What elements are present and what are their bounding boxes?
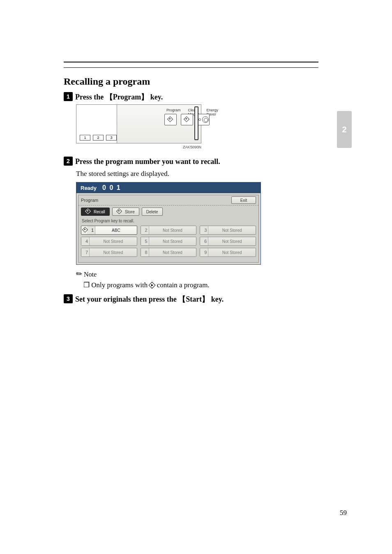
program-slot-7[interactable]: 7Not Stored bbox=[81, 248, 137, 257]
step-text: Press the program number you want to rec… bbox=[75, 157, 220, 166]
bracket-icon: 】 bbox=[202, 295, 209, 303]
program-slot-5[interactable]: 5Not Stored bbox=[141, 237, 197, 246]
diamond-arrow-icon bbox=[149, 282, 155, 288]
program-slot-8[interactable]: 8Not Stored bbox=[141, 248, 197, 257]
indicator-dot-icon bbox=[198, 118, 201, 121]
slot-label: Not Stored bbox=[90, 250, 137, 255]
slot-number: 6 bbox=[200, 237, 208, 245]
program-grid: 1 ABC 2Not Stored 3Not Stored 4Not Store… bbox=[78, 224, 258, 262]
key-name: Program bbox=[113, 93, 141, 101]
tab-label: Store bbox=[125, 210, 135, 214]
slot-number: 2 bbox=[141, 226, 149, 234]
lcd-screenshot: Ready 0 0 1 Program Exit Recall bbox=[76, 182, 261, 265]
bracket-icon: 【 bbox=[106, 93, 113, 101]
text: Set your originals then press the bbox=[75, 295, 178, 303]
recall-in-icon bbox=[85, 209, 91, 215]
bracket-icon: 【 bbox=[178, 295, 186, 303]
slot-number: 3 bbox=[200, 226, 208, 234]
slot-label: Not Stored bbox=[149, 250, 196, 255]
lcd-header-title: Program bbox=[81, 198, 98, 203]
number-keys: 1 2 3 bbox=[80, 135, 117, 141]
program-slot-4[interactable]: 4Not Stored bbox=[81, 237, 137, 246]
stored-icon bbox=[81, 227, 87, 233]
key-1: 1 bbox=[80, 135, 90, 141]
program-icon bbox=[168, 117, 173, 122]
program-slot-3[interactable]: 3Not Stored bbox=[200, 226, 256, 235]
lcd-status-ready: Ready bbox=[81, 185, 97, 191]
control-panel-figure: Program Clear Modes Energy Saver 1 2 3 bbox=[64, 104, 318, 143]
grid-row: 7Not Stored 8Not Stored 9Not Stored bbox=[81, 248, 256, 257]
slot-label: Not Stored bbox=[208, 250, 256, 255]
slot-number: 8 bbox=[141, 248, 149, 256]
step-3: 3 Set your originals then press the 【Sta… bbox=[64, 294, 318, 304]
lcd-panel: Program Exit Recall Store Delete bbox=[78, 195, 259, 263]
tab-recall[interactable]: Recall bbox=[81, 208, 110, 216]
tab-label: Recall bbox=[94, 210, 105, 214]
energy-icon bbox=[202, 116, 209, 123]
store-out-icon bbox=[117, 209, 122, 215]
step-1: 1 Press the 【Program】 key. bbox=[64, 92, 318, 102]
slot-label: Not Stored bbox=[208, 239, 256, 244]
slot-number: 5 bbox=[141, 237, 149, 245]
grid-row: 4Not Stored 5Not Stored 6Not Stored bbox=[81, 237, 256, 246]
step-body: The stored settings are displayed. bbox=[76, 169, 318, 179]
section-title: Recalling a program bbox=[64, 76, 318, 87]
grid-row: 1 ABC 2Not Stored 3Not Stored bbox=[81, 226, 256, 235]
step-2: 2 Press the program number you want to r… bbox=[64, 157, 318, 166]
text: key. bbox=[148, 93, 163, 101]
pencil-icon: ✎ bbox=[74, 269, 85, 279]
panel-buttons bbox=[164, 114, 210, 125]
slot-label: Not Stored bbox=[149, 239, 196, 244]
lcd-count: 0 0 1 bbox=[102, 184, 121, 192]
step-number-icon: 2 bbox=[64, 157, 73, 166]
tab-delete[interactable]: Delete bbox=[142, 208, 163, 216]
main-content: Recalling a program 1 Press the 【Program… bbox=[64, 62, 318, 307]
text: Press the bbox=[75, 93, 106, 101]
slot-number: 4 bbox=[81, 237, 90, 245]
energy-saver-button bbox=[197, 114, 210, 125]
program-button bbox=[164, 114, 177, 125]
slot-number: 1 bbox=[87, 226, 95, 234]
text: key. bbox=[209, 295, 224, 303]
program-slot-1[interactable]: 1 ABC bbox=[81, 226, 137, 235]
program-slot-6[interactable]: 6Not Stored bbox=[200, 237, 256, 246]
figure-code: ZAKS090N bbox=[76, 145, 201, 149]
program-slot-9[interactable]: 9Not Stored bbox=[200, 248, 256, 257]
slot-label: Not Stored bbox=[90, 239, 137, 244]
note-label-text: Note bbox=[84, 271, 97, 278]
key-2: 2 bbox=[93, 135, 104, 141]
panel-strip: Program Clear Modes Energy Saver bbox=[117, 105, 201, 143]
bracket-icon: 】 bbox=[141, 93, 148, 101]
slot-label: Not Stored bbox=[208, 228, 256, 233]
slot-number: 7 bbox=[81, 248, 90, 256]
slot-number: 9 bbox=[200, 248, 208, 256]
lcd-header: Program Exit bbox=[78, 195, 258, 205]
program-slot-2[interactable]: 2Not Stored bbox=[141, 226, 197, 235]
divider bbox=[64, 62, 318, 62]
key-name: Start bbox=[186, 295, 202, 303]
tab-store[interactable]: Store bbox=[112, 208, 139, 216]
note-item: ❒ Only programs with contain a program. bbox=[83, 280, 318, 290]
key-3: 3 bbox=[106, 135, 117, 141]
panel-illustration: Program Clear Modes Energy Saver 1 2 3 bbox=[76, 104, 201, 143]
lcd-titlebar: Ready 0 0 1 bbox=[76, 182, 261, 193]
step-number-icon: 1 bbox=[64, 92, 73, 101]
note-heading: ✎ Note bbox=[76, 270, 318, 279]
step-number-icon: 3 bbox=[64, 294, 73, 303]
chapter-tab: 2 bbox=[337, 111, 352, 148]
step-text: Set your originals then press the 【Start… bbox=[75, 294, 224, 304]
diamond-arrow-icon bbox=[83, 227, 87, 233]
divider bbox=[64, 67, 318, 68]
lcd-body: Program Exit Recall Store Delete bbox=[76, 193, 261, 264]
clear-icon bbox=[184, 117, 190, 122]
exit-button[interactable]: Exit bbox=[231, 196, 256, 204]
lcd-tabs: Recall Store Delete bbox=[78, 205, 258, 218]
panel-edge bbox=[194, 106, 198, 140]
slot-label: ABC bbox=[95, 228, 137, 233]
clear-modes-button bbox=[181, 114, 193, 125]
page-number: 59 bbox=[340, 509, 347, 517]
slot-label: Not Stored bbox=[149, 228, 196, 233]
step-text: Press the 【Program】 key. bbox=[75, 92, 163, 102]
lcd-hint: Select Program key to recall. bbox=[78, 218, 258, 224]
